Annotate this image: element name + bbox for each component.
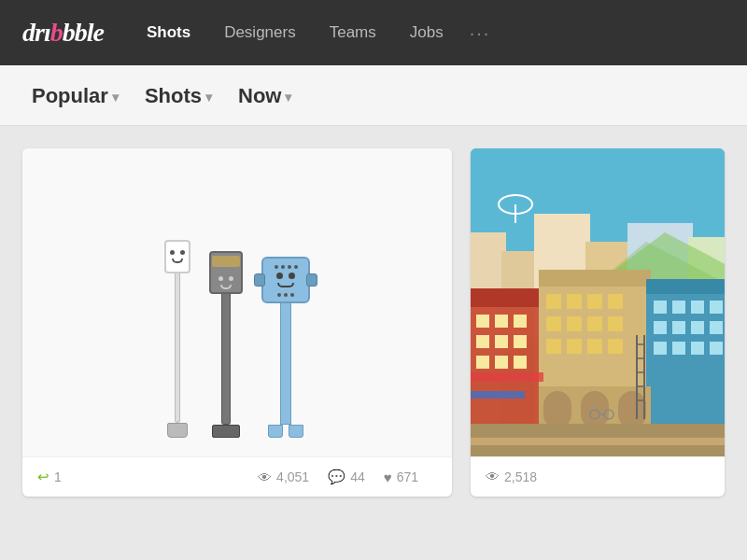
usb-a-head — [209, 251, 243, 294]
shot-stats: ↩ 1 👁 4,051 💬 44 ♥ 671 — [22, 456, 452, 497]
vga-feet — [268, 425, 303, 438]
vga-foot-left — [268, 425, 283, 438]
svg-rect-43 — [672, 321, 685, 334]
svg-rect-46 — [654, 342, 667, 355]
svg-rect-55 — [471, 438, 725, 445]
eye-icon: 👁 — [258, 469, 272, 485]
pin — [284, 293, 288, 297]
usb-stripe — [212, 256, 240, 267]
svg-rect-39 — [672, 301, 685, 314]
svg-rect-37 — [646, 279, 725, 294]
micro-usb-head — [164, 240, 190, 273]
eye-left — [170, 250, 175, 255]
comments-count: 44 — [350, 469, 365, 484]
comment-icon: 💬 — [328, 469, 345, 485]
usb-plug — [167, 423, 188, 438]
svg-rect-32 — [546, 339, 561, 354]
svg-rect-17 — [495, 335, 508, 348]
logo[interactable]: drıbbble — [22, 18, 104, 48]
svg-rect-29 — [567, 316, 582, 331]
svg-rect-19 — [476, 356, 489, 369]
filter-popular-label: Popular — [32, 84, 108, 108]
views-stat: 👁 4,051 — [258, 469, 309, 485]
svg-rect-26 — [587, 294, 602, 309]
pin — [277, 293, 281, 297]
vga-cable — [261, 257, 310, 438]
svg-rect-34 — [587, 339, 602, 354]
filter-popular[interactable]: Popular ▾ — [28, 84, 122, 125]
filter-bar: Popular ▾ Shots ▾ Now ▾ — [0, 65, 747, 126]
svg-rect-60 — [471, 391, 525, 399]
svg-rect-27 — [608, 294, 623, 309]
svg-rect-14 — [495, 315, 508, 328]
micro-usb-cable — [164, 240, 190, 438]
shot-image — [22, 148, 452, 456]
vga-foot-right — [289, 425, 303, 438]
svg-rect-24 — [546, 294, 561, 309]
vga-ear-right — [306, 273, 317, 287]
svg-rect-30 — [587, 316, 602, 331]
svg-rect-40 — [691, 301, 704, 314]
svg-rect-38 — [654, 301, 667, 314]
cable-wire — [175, 273, 180, 423]
svg-rect-41 — [710, 301, 723, 314]
eye-left — [218, 276, 223, 281]
filter-shots-label: Shots — [145, 84, 202, 108]
shot-card[interactable]: ↩ 1 👁 4,051 💬 44 ♥ 671 — [22, 148, 452, 497]
chevron-down-icon: ▾ — [285, 90, 291, 105]
likes-count: 671 — [397, 469, 418, 484]
cable-illustration — [164, 148, 310, 456]
filter-now[interactable]: Now ▾ — [234, 84, 295, 125]
nav-links: Shots Designers Teams Jobs ··· — [132, 15, 725, 51]
eye-right — [229, 276, 233, 281]
svg-rect-53 — [618, 391, 646, 428]
filter-tabs: Popular ▾ Shots ▾ Now ▾ — [28, 84, 719, 125]
svg-rect-59 — [471, 372, 543, 382]
pin — [288, 265, 291, 269]
shot-stats: 👁 2,518 — [471, 456, 725, 496]
svg-rect-35 — [608, 339, 623, 354]
svg-rect-20 — [495, 356, 508, 369]
chevron-down-icon: ▾ — [205, 90, 212, 105]
svg-rect-45 — [710, 321, 723, 334]
navbar: drıbbble Shots Designers Teams Jobs ··· — [0, 0, 747, 65]
svg-rect-48 — [691, 342, 704, 355]
eye-right — [180, 250, 185, 255]
likes-stat: ♥ 671 — [384, 469, 418, 485]
svg-rect-15 — [514, 315, 527, 328]
nav-item-shots[interactable]: Shots — [132, 16, 205, 49]
svg-rect-21 — [514, 356, 527, 369]
cable-wire — [221, 294, 231, 425]
pin — [294, 265, 298, 269]
vga-pins-bottom — [277, 293, 294, 297]
nav-item-teams[interactable]: Teams — [315, 16, 391, 49]
svg-rect-31 — [608, 316, 623, 331]
svg-rect-44 — [691, 321, 704, 334]
shots-grid: ↩ 1 👁 4,051 💬 44 ♥ 671 — [0, 126, 747, 519]
shot-image — [471, 148, 725, 456]
heart-icon: ♥ — [384, 469, 392, 485]
cable-wire — [280, 303, 291, 425]
vga-pins-top — [275, 265, 298, 269]
face-eyes — [218, 276, 233, 281]
face-smile — [220, 285, 232, 289]
nav-item-jobs[interactable]: Jobs — [395, 16, 458, 49]
rebound-icon: ↩ — [37, 469, 49, 485]
svg-rect-25 — [567, 294, 582, 309]
filter-shots[interactable]: Shots ▾ — [141, 84, 216, 125]
more-menu-button[interactable]: ··· — [462, 15, 499, 51]
usb-a-plug — [212, 425, 240, 438]
pin — [281, 265, 285, 269]
svg-rect-16 — [476, 335, 489, 348]
svg-rect-12 — [471, 288, 543, 307]
nav-item-designers[interactable]: Designers — [209, 16, 311, 49]
views-count: 4,051 — [276, 469, 309, 484]
shot-card[interactable]: 👁 2,518 — [471, 148, 725, 497]
city-illustration — [471, 148, 725, 456]
svg-rect-47 — [672, 342, 685, 355]
svg-rect-18 — [514, 335, 527, 348]
svg-rect-13 — [476, 315, 489, 328]
face-smile — [172, 259, 183, 263]
views-count: 2,518 — [504, 469, 537, 484]
chevron-down-icon: ▾ — [112, 90, 119, 105]
